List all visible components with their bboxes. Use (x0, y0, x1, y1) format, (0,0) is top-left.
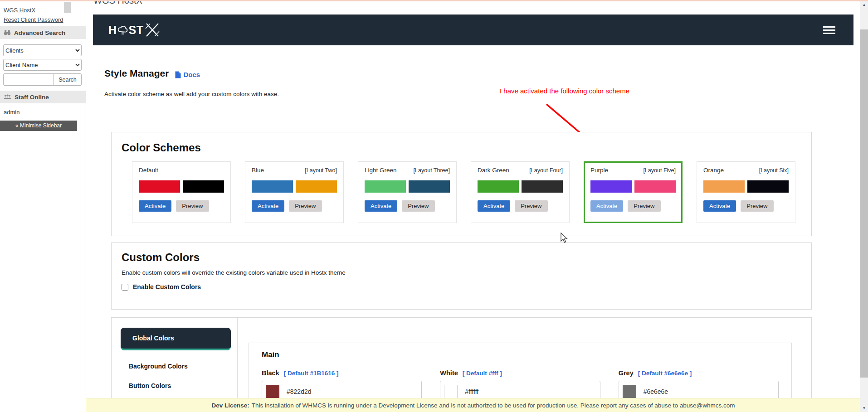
document-icon (175, 71, 181, 78)
scheme-card-light-green: Light Green[Layout Three] ActivatePrevie… (358, 161, 457, 223)
field-label: Black (262, 369, 279, 377)
annotation-text: I have activated the following color sch… (500, 87, 629, 95)
main-section-title: Main (262, 350, 779, 359)
sidebar-links: WGS HostX Reset Client Password (4, 5, 63, 24)
scheme-layout-tag: [Layout Four] (529, 167, 563, 174)
scheme-card-default: Default ActivatePreview (132, 161, 231, 223)
preview-button[interactable]: Preview (741, 200, 773, 212)
enable-custom-colors-checkbox[interactable] (122, 284, 128, 291)
tab-global-colors[interactable]: Global Colors (121, 328, 231, 350)
search-field-select[interactable]: Client Name (3, 59, 82, 71)
vertical-scrollbar[interactable]: ▲ ▼ (860, 1, 868, 412)
scheme-swatch-1 (139, 180, 180, 193)
hamburger-menu-icon[interactable] (823, 24, 835, 36)
preview-button[interactable]: Preview (628, 200, 660, 212)
scheme-layout-tag: [Layout Three] (414, 167, 450, 174)
scheme-card-blue: Blue[Layout Two] ActivatePreview (245, 161, 344, 223)
staff-online-member: admin (4, 109, 20, 116)
scheme-name: Purple (590, 167, 608, 174)
activate-button[interactable]: Activate (365, 200, 397, 212)
color-hex-value: #ffffff (465, 388, 478, 395)
color-schemes-title: Color Schemes (122, 141, 801, 154)
advanced-search-title: Advanced Search (14, 29, 65, 36)
page-title: WGS HostX (93, 1, 142, 6)
custom-colors-title: Custom Colors (122, 251, 801, 264)
scheme-name: Blue (252, 167, 264, 174)
sidebar-link-wgs-hostx[interactable]: WGS HostX (4, 5, 63, 15)
dev-license-text: This installation of WHMCS is running un… (252, 402, 735, 409)
scrollbar-up-arrow[interactable]: ▲ (860, 1, 868, 9)
search-type-select[interactable]: Clients (3, 44, 82, 56)
scheme-layout-tag: [Layout Two] (305, 167, 337, 174)
search-button[interactable]: Search (54, 73, 82, 86)
field-default-value: [ Default #1B1616 ] (284, 370, 339, 377)
logo-x-icon (145, 23, 160, 37)
scheme-swatch-2 (747, 180, 789, 193)
style-manager-title: Style Manager (104, 68, 169, 79)
color-schemes-panel: Color Schemes Default ActivatePreview Bl… (111, 132, 812, 236)
color-swatch[interactable] (266, 385, 279, 398)
scheme-swatch-2 (409, 180, 450, 193)
style-manager-header: Style Manager Docs (104, 68, 200, 79)
field-label: Grey (619, 369, 634, 377)
dev-license-banner: Dev License: This installation of WHMCS … (86, 398, 860, 412)
hostx-logo[interactable]: H ST (108, 23, 160, 37)
scrollbar-thumb[interactable] (860, 29, 868, 378)
activate-button[interactable]: Activate (478, 200, 510, 212)
scheme-name: Default (139, 167, 158, 174)
theme-top-navbar: H ST (93, 15, 853, 45)
scheme-layout-tag: [Layout Five] (643, 167, 676, 174)
sidebar: WGS HostX Reset Client Password Advanced… (0, 1, 86, 412)
preview-button[interactable]: Preview (515, 200, 547, 212)
activate-button[interactable]: Activate (252, 200, 284, 212)
color-hex-value: #6e6e6e (644, 388, 668, 395)
scheme-swatch-2 (183, 180, 224, 193)
binoculars-icon (4, 30, 11, 35)
tab-button-colors[interactable]: Button Colors (129, 382, 237, 389)
enable-custom-colors-label: Enable Custom Colors (133, 283, 201, 291)
scheme-cards-row: Default ActivatePreview Blue[Layout Two]… (132, 161, 801, 223)
preview-button[interactable]: Preview (402, 200, 434, 212)
color-swatch[interactable] (623, 385, 636, 398)
activate-button[interactable]: Activate (139, 200, 171, 212)
enable-custom-colors-row: Enable Custom Colors (122, 283, 801, 291)
scheme-card-orange: Orange[Layout Six] ActivatePreview (697, 161, 795, 223)
scheme-card-purple-active: Purple[Layout Five] ActivatePreview (584, 161, 683, 223)
cloud-icon (117, 25, 129, 35)
preview-button[interactable]: Preview (289, 200, 322, 212)
scheme-card-dark-green: Dark Green[Layout Four] ActivatePreview (471, 161, 570, 223)
logo-text: H (108, 24, 117, 37)
logo-text: ST (129, 24, 144, 37)
activate-button[interactable]: Activate (703, 200, 736, 212)
color-swatch[interactable] (444, 385, 458, 398)
staff-online-header: Staff Online (0, 91, 86, 103)
staff-online-title: Staff Online (15, 94, 49, 101)
field-label: White (440, 369, 458, 377)
custom-colors-panel: Custom Colors Enable custom colors will … (111, 242, 812, 310)
search-group: Search (3, 73, 82, 86)
scheme-swatch-2 (522, 180, 563, 193)
sidebar-scrollbar-thumb[interactable] (64, 2, 71, 13)
scheme-swatch-1 (703, 180, 745, 193)
search-input[interactable] (3, 73, 54, 86)
field-default-value: [ Default #6e6e6e ] (638, 370, 692, 377)
advanced-search-header: Advanced Search (0, 26, 86, 39)
scheme-name: Dark Green (478, 167, 509, 174)
scheme-swatch-2 (634, 180, 676, 193)
scheme-name: Orange (703, 167, 724, 174)
dev-license-label: Dev License: (211, 402, 249, 409)
scrollbar-down-arrow[interactable]: ▼ (860, 405, 868, 412)
custom-colors-description: Enable custom colors will override the e… (122, 269, 801, 276)
sidebar-link-reset-client-password[interactable]: Reset Client Password (4, 15, 63, 24)
minimise-sidebar-button[interactable]: « Minimise Sidebar (0, 121, 77, 131)
tab-background-colors[interactable]: Background Colors (129, 363, 237, 370)
style-manager-subtitle: Activate color scheme as well add your c… (104, 91, 279, 97)
field-default-value: [ Default #fff ] (463, 370, 502, 377)
docs-link[interactable]: Docs (175, 71, 200, 79)
scheme-swatch-1 (478, 180, 519, 193)
scheme-name: Light Green (365, 167, 397, 174)
scheme-swatch-1 (252, 180, 293, 193)
activate-button-active[interactable]: Activate (590, 200, 623, 212)
preview-button[interactable]: Preview (176, 200, 209, 212)
scheme-layout-tag: [Layout Six] (759, 167, 789, 174)
